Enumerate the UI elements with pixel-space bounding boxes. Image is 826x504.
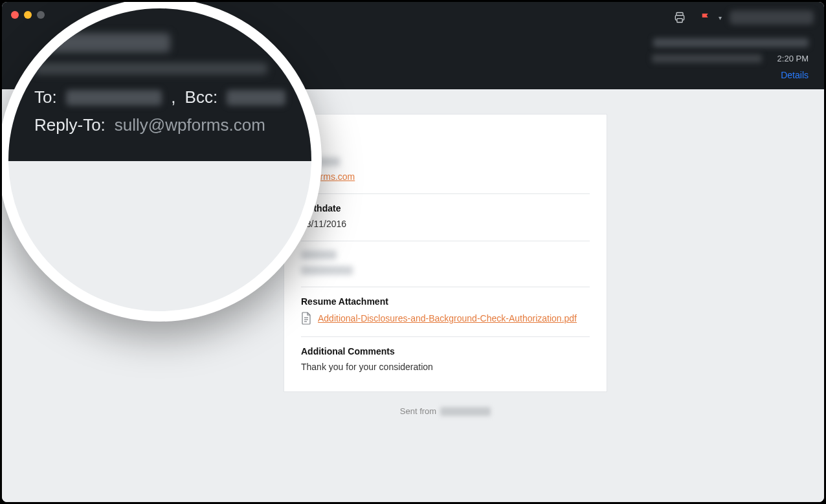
to-value-blurred <box>66 90 162 105</box>
field-email: wpforms.com <box>301 131 590 194</box>
document-icon <box>301 312 311 325</box>
email-meta: 2:20 PM Details <box>652 38 809 80</box>
field-label-blurred <box>301 250 337 259</box>
email-card: wpforms.com Birthdate 03/11/2016 Resume … <box>284 114 607 392</box>
close-window-button[interactable] <box>11 11 19 19</box>
field-label: Additional Comments <box>301 346 590 356</box>
magnified-to-row: To: , Bcc: <box>34 87 285 107</box>
bcc-label: Bcc: <box>185 87 218 107</box>
email-time: 2:20 PM <box>777 54 809 63</box>
flag-icon[interactable] <box>697 8 715 27</box>
field-additional-comments: Additional Comments Thank you for your c… <box>301 337 590 375</box>
field-value: Thank you for your consideration <box>301 362 590 372</box>
field-label: Resume Attachment <box>301 296 590 307</box>
magnified-subline-blurred <box>34 63 267 74</box>
magnified-replyto-row: Reply-To: sully@wpforms.com <box>34 115 285 135</box>
minimize-window-button[interactable] <box>24 11 32 19</box>
sender-line-blurred <box>653 38 809 47</box>
maximize-window-button[interactable] <box>37 11 45 19</box>
field-label: Birthdate <box>301 203 590 214</box>
account-label <box>730 10 814 25</box>
details-link[interactable]: Details <box>652 70 809 80</box>
field-blurred <box>301 241 590 287</box>
sent-from-value-blurred <box>440 407 491 416</box>
toolbar: ▾ <box>671 8 814 27</box>
field-birthdate: Birthdate 03/11/2016 <box>301 194 590 241</box>
reply-to-value: sully@wpforms.com <box>115 115 265 135</box>
bcc-value-blurred <box>227 90 285 105</box>
sent-from-label: Sent from <box>400 406 436 416</box>
field-value-blurred <box>301 266 353 275</box>
sent-from: Sent from <box>400 406 491 416</box>
to-label: To: <box>34 87 57 107</box>
magnifier-overlay: To: , Bcc: Reply-To: sully@wpforms.com <box>2 2 322 322</box>
window-controls <box>11 11 45 19</box>
print-icon[interactable] <box>671 8 689 27</box>
magnified-subject-blurred <box>34 33 170 52</box>
svg-rect-2 <box>677 19 682 23</box>
mail-window: ▾ 2:20 PM Details wpforms.com <box>2 2 824 502</box>
reply-to-label: Reply-To: <box>34 115 106 135</box>
field-resume-attachment: Resume Attachment Additional-Disclosures… <box>301 287 590 337</box>
attachment-link[interactable]: Additional-Disclosures-and-Background-Ch… <box>318 313 577 323</box>
field-value: 03/11/2016 <box>301 219 590 229</box>
chevron-down-icon[interactable]: ▾ <box>719 14 722 21</box>
recipient-line-blurred <box>652 54 762 63</box>
